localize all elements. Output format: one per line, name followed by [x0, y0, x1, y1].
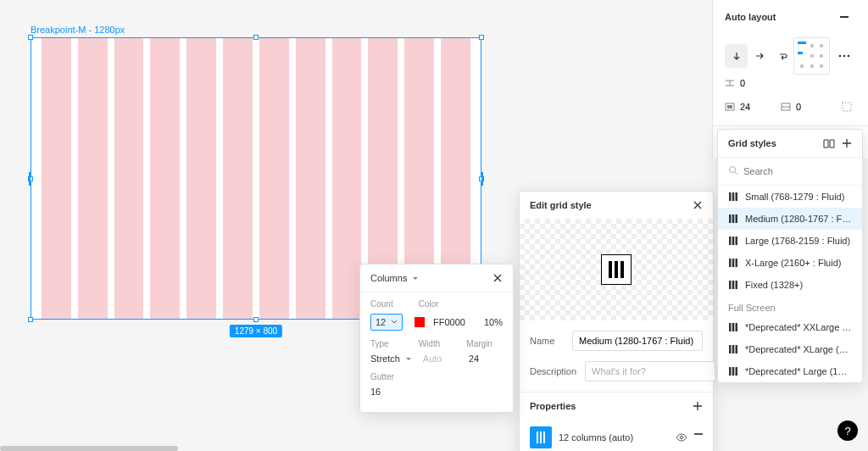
spacing-input[interactable] [740, 78, 771, 88]
style-name-input[interactable] [572, 331, 703, 351]
columns-panel: Columns Count Color 12 FF0000 10% Type W… [359, 264, 514, 413]
svg-rect-32 [736, 323, 738, 331]
color-hex[interactable]: FF0000 [433, 317, 465, 327]
padding-individual-button[interactable] [837, 95, 856, 119]
svg-rect-37 [732, 367, 735, 376]
frame-label[interactable]: Breakpoint-M - 1280px [31, 25, 125, 35]
grid-style-item[interactable]: Medium (1280-1767 : Fluid) [718, 208, 862, 230]
spacing-icon [725, 78, 735, 88]
chevron-down-icon[interactable] [391, 320, 398, 325]
width-value: Auto [423, 354, 457, 364]
svg-rect-26 [736, 259, 738, 267]
style-description-input[interactable] [585, 361, 715, 381]
resize-handle-bm[interactable] [253, 317, 259, 322]
visibility-toggle-icon[interactable] [676, 433, 687, 442]
edit-grid-style-title: Edit grid style [530, 200, 592, 210]
autolayout-more-button[interactable] [833, 44, 856, 68]
svg-line-14 [735, 172, 737, 175]
grid-style-item[interactable]: Large (1768-2159 : Fluid) [718, 230, 862, 252]
direction-wrap-button[interactable] [771, 44, 793, 68]
property-row[interactable]: 12 columns (auto) [520, 420, 713, 451]
svg-rect-28 [732, 281, 735, 289]
grid-style-item[interactable]: *Deprecated* Large (1024-1... [718, 360, 862, 382]
add-property-icon[interactable] [693, 401, 703, 411]
properties-title: Properties [530, 401, 576, 411]
svg-rect-24 [729, 259, 732, 267]
grid-styles-panel: Grid styles Small (768-1279 : Fluid) Med… [717, 129, 863, 383]
canvas-scrollbar[interactable] [0, 446, 178, 451]
svg-point-13 [730, 167, 736, 173]
svg-rect-25 [732, 259, 735, 267]
help-button[interactable]: ? [837, 420, 858, 441]
style-preview [520, 219, 713, 320]
svg-point-3 [848, 55, 850, 58]
svg-rect-30 [729, 323, 732, 331]
remove-autolayout-icon[interactable] [832, 5, 856, 29]
count-input[interactable]: 12 [370, 314, 403, 331]
edit-grid-style-panel: Edit grid style Name Description Propert… [519, 191, 714, 451]
width-label: Width [419, 339, 455, 348]
color-opacity[interactable]: 10% [484, 317, 503, 327]
svg-rect-38 [736, 367, 738, 376]
svg-point-39 [680, 436, 683, 439]
svg-point-1 [839, 55, 842, 58]
padding-v-input[interactable] [796, 102, 826, 112]
resize-handle-tm[interactable] [253, 35, 259, 40]
property-label: 12 columns (auto) [559, 432, 633, 443]
grid-styles-list: Small (768-1279 : Fluid) Medium (1280-17… [718, 186, 862, 382]
svg-rect-23 [736, 237, 738, 245]
resize-handle-tr[interactable] [479, 35, 484, 40]
grid-style-item[interactable]: X-Large (2160+ : Fluid) [718, 252, 862, 274]
color-label: Color [419, 299, 455, 309]
alignment-grid[interactable] [793, 37, 830, 75]
svg-rect-18 [729, 214, 732, 223]
grid-style-item[interactable]: *Deprecated* XXLarge (1920... [718, 316, 862, 338]
padding-v-icon [781, 102, 791, 112]
resize-edge-left[interactable] [29, 172, 31, 186]
padding-h-input[interactable] [740, 102, 771, 112]
svg-rect-34 [732, 345, 735, 354]
gutter-input[interactable]: 16 [370, 387, 503, 397]
description-label: Description [530, 366, 576, 376]
svg-rect-35 [736, 345, 738, 354]
columns-type-dropdown[interactable]: Columns [370, 273, 418, 283]
count-label: Count [370, 299, 407, 309]
resize-handle-bl[interactable] [28, 317, 33, 322]
grid-styles-title: Grid styles [728, 138, 776, 148]
svg-rect-21 [729, 237, 732, 245]
direction-vertical-button[interactable] [725, 44, 748, 68]
remove-property-icon[interactable] [694, 433, 703, 442]
color-swatch[interactable] [415, 317, 425, 327]
margin-label: Margin [466, 339, 503, 348]
svg-rect-15 [729, 192, 732, 201]
svg-rect-8 [843, 103, 851, 111]
svg-rect-33 [729, 345, 732, 354]
resize-handle-tl[interactable] [28, 35, 33, 40]
frame-size-badge: 1279 × 800 [230, 325, 282, 337]
close-icon[interactable] [693, 200, 703, 210]
add-style-icon[interactable] [842, 138, 852, 148]
resize-edge-right[interactable] [481, 172, 483, 186]
direction-horizontal-button[interactable] [748, 44, 771, 68]
svg-point-2 [843, 55, 846, 58]
type-dropdown[interactable]: Stretch [370, 354, 411, 364]
grid-styles-section-label: Full Screen [718, 296, 862, 316]
property-columns-icon [530, 426, 552, 448]
grid-style-item[interactable]: Small (768-1279 : Fluid) [718, 186, 862, 208]
svg-rect-5 [727, 105, 732, 109]
svg-rect-31 [732, 323, 735, 331]
name-label: Name [530, 336, 564, 346]
type-label: Type [370, 339, 407, 348]
svg-rect-0 [840, 16, 849, 18]
library-icon[interactable] [823, 138, 835, 148]
grid-style-item[interactable]: *Deprecated* XLarge (1440+) [718, 338, 862, 360]
svg-rect-36 [729, 367, 732, 376]
svg-rect-27 [729, 281, 732, 289]
svg-rect-19 [732, 214, 735, 223]
grid-styles-search-input[interactable] [726, 163, 854, 180]
close-icon[interactable] [492, 273, 503, 283]
svg-rect-22 [732, 237, 735, 245]
margin-input[interactable]: 24 [469, 354, 503, 364]
grid-style-item[interactable]: Fixed (1328+) [718, 274, 862, 296]
search-icon [728, 165, 738, 175]
